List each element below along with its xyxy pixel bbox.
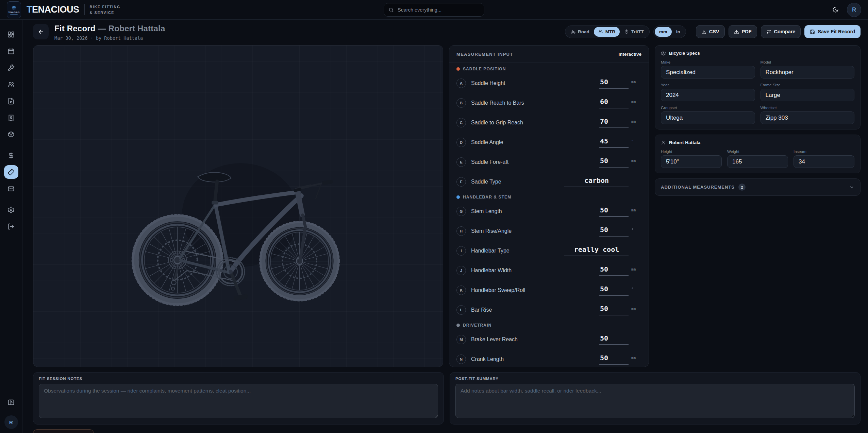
- measurement-value-input[interactable]: [564, 176, 629, 187]
- sidebar-item-calendar[interactable]: [4, 44, 18, 58]
- measurement-row: K Handlebar Sweep/Roll °: [456, 280, 641, 300]
- year-input[interactable]: [661, 89, 755, 101]
- sidebar-item-inventory[interactable]: [4, 127, 18, 141]
- measurement-value-input[interactable]: [599, 78, 629, 89]
- make-input[interactable]: [661, 66, 755, 79]
- sidebar-item-services[interactable]: [4, 61, 18, 74]
- page-title: Fit Record — Robert Hattala: [54, 24, 165, 33]
- measurement-value-input[interactable]: [599, 226, 629, 237]
- height-input[interactable]: [661, 155, 722, 168]
- fit-session-notes-textarea[interactable]: [39, 384, 438, 418]
- ruler-icon: [7, 169, 15, 176]
- measurement-value-input[interactable]: [599, 354, 629, 365]
- post-fit-summary-card: POST-FIT SUMMARY: [450, 372, 861, 425]
- theme-toggle-button[interactable]: [829, 4, 841, 16]
- measurement-unit: °: [631, 228, 641, 232]
- brand-tagline: BIKE FITTING & SERVICE: [84, 4, 120, 15]
- sidebar-item-invoices[interactable]: [4, 111, 18, 124]
- sidebar-item-clients[interactable]: [4, 77, 18, 91]
- bike-illustration: [103, 148, 373, 314]
- bike-type-mtb-button[interactable]: MTB: [594, 27, 620, 37]
- measurement-row: J Handlebar Width mm: [456, 261, 641, 280]
- row-letter-badge: G: [456, 207, 466, 216]
- measurement-unit: mm: [631, 119, 641, 124]
- measurement-value-input[interactable]: [599, 98, 629, 108]
- spec-field-make: Make: [661, 60, 755, 79]
- unit-mm-button[interactable]: mm: [655, 27, 672, 37]
- brand-badge-line: [10, 14, 18, 15]
- measurement-row: A Saddle Height mm: [456, 73, 641, 93]
- count-badge: 2: [738, 184, 746, 191]
- fit-session-notes-label: FIT SESSION NOTES: [39, 377, 438, 381]
- section-dot: [456, 195, 460, 199]
- spec-field-year: Year: [661, 83, 755, 101]
- post-fit-summary-textarea[interactable]: [455, 384, 855, 418]
- delete-fit-record-button[interactable]: Delete Fit Record: [33, 429, 94, 433]
- sidebar-item-documents[interactable]: [4, 94, 18, 108]
- model-input[interactable]: [761, 66, 855, 79]
- sidebar-item-logout[interactable]: [4, 220, 18, 233]
- measurement-row: D Saddle Angle °: [456, 133, 641, 152]
- compare-button[interactable]: Compare: [761, 25, 801, 38]
- package-icon: [7, 131, 15, 138]
- top-bar: TENACIOUS TENACIOUS BIKE FITTING & SERVI…: [0, 0, 868, 20]
- frame-size-input[interactable]: [761, 89, 855, 101]
- sidebar-item-messages[interactable]: [4, 182, 18, 195]
- bike-type-tritt-button[interactable]: Tri/TT: [620, 27, 648, 37]
- search-input[interactable]: [397, 7, 480, 13]
- dashboard-icon: [7, 31, 15, 38]
- row-letter-badge: J: [456, 266, 466, 275]
- weight-input[interactable]: [727, 155, 788, 168]
- measurement-label: Brake Lever Reach: [471, 336, 599, 343]
- groupset-input[interactable]: [661, 111, 755, 124]
- wheelset-input[interactable]: [761, 111, 855, 124]
- download-icon: [701, 29, 706, 34]
- measurement-value-input[interactable]: [599, 157, 629, 168]
- sidebar-item-dashboard[interactable]: [4, 28, 18, 41]
- spec-field-model: Model: [761, 60, 855, 79]
- inseam-input[interactable]: [794, 155, 854, 168]
- brand-wordmark: TENACIOUS: [27, 4, 79, 15]
- save-fit-record-button[interactable]: Save Fit Record: [804, 25, 861, 38]
- sidebar-item-fit-records[interactable]: [4, 165, 18, 179]
- measurement-value-input[interactable]: [599, 265, 629, 276]
- measurement-label: Handlebar Type: [471, 248, 564, 254]
- measurement-row: L Bar Rise mm: [456, 300, 641, 320]
- fit-session-notes-card: FIT SESSION NOTES: [33, 372, 444, 425]
- measurement-value-input[interactable]: [599, 206, 629, 217]
- section-drivetrain: DRIVETRAIN: [456, 321, 641, 330]
- export-pdf-button[interactable]: PDF: [729, 25, 757, 38]
- measurement-value-input[interactable]: [599, 117, 629, 128]
- measurement-unit: °: [631, 287, 641, 291]
- user-avatar[interactable]: R: [847, 3, 861, 17]
- bike-type-road-button[interactable]: Road: [566, 27, 594, 37]
- interactive-mode-label: Interactive: [618, 52, 641, 57]
- measurement-row: I Handlebar Type: [456, 241, 641, 261]
- sidebar-user-avatar[interactable]: R: [4, 415, 18, 429]
- sidebar-item-payments[interactable]: [4, 149, 18, 162]
- measurement-value-input[interactable]: [599, 285, 629, 296]
- export-csv-button[interactable]: CSV: [696, 25, 725, 38]
- settings-icon: [7, 206, 15, 213]
- row-letter-badge: L: [456, 305, 466, 315]
- measurement-value-input[interactable]: [564, 245, 629, 256]
- section-saddle-position: SADDLE POSITION: [456, 64, 641, 73]
- back-button[interactable]: [33, 24, 49, 39]
- sidebar-item-settings[interactable]: [4, 203, 18, 216]
- measurement-value-input[interactable]: [599, 334, 629, 345]
- unit-in-button[interactable]: in: [672, 27, 685, 37]
- measurement-input-panel: MEASUREMENT INPUT Interactive SADDLE POS…: [449, 45, 649, 367]
- measurement-value-input[interactable]: [599, 137, 629, 148]
- spec-field-wheelset: Wheelset: [761, 106, 855, 124]
- additional-measurements-toggle[interactable]: ADDITIONAL MEASUREMENTS 2: [655, 178, 861, 196]
- collapse-sidebar-button[interactable]: [4, 395, 18, 409]
- global-search[interactable]: [384, 3, 484, 17]
- sidebar-nav: R: [0, 19, 22, 433]
- rider-field-inseam: Inseam: [794, 150, 854, 168]
- dollar-icon: [7, 152, 15, 159]
- measurement-value-input[interactable]: [599, 305, 629, 315]
- section-dot: [456, 324, 460, 327]
- measurement-row: E Saddle Fore-aft mm: [456, 152, 641, 172]
- measurement-unit: mm: [631, 267, 641, 272]
- search-icon: [388, 7, 394, 13]
